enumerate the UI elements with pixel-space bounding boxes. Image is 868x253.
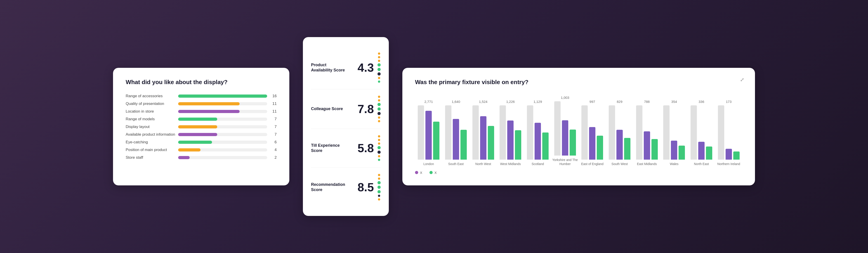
bar-row: Store staff2 [126, 155, 277, 160]
chart-group: 788East Midlands [633, 100, 660, 166]
chart-group: 1,524North West [469, 100, 497, 166]
bar-chart-area: 2,771London1,640South East1,524North Wes… [415, 94, 742, 166]
purple-bar-col [616, 105, 623, 160]
score-right: 5.8 [358, 135, 381, 161]
green-bar-col [460, 105, 467, 160]
score-dot [377, 68, 381, 71]
score-dot [378, 143, 380, 145]
bars-container [418, 105, 439, 160]
purple-bar [616, 130, 623, 160]
chart-value-label: 1,640 [452, 100, 460, 103]
purple-bar [480, 116, 487, 160]
chart-x-label: Scotland [532, 162, 544, 166]
score-dot [377, 103, 381, 106]
bars-container [663, 105, 685, 160]
gray-bar-col [554, 101, 561, 156]
purple-bar [453, 119, 459, 160]
bar-value: 7 [270, 125, 277, 129]
legend-label: X [434, 171, 437, 175]
score-label: Colleague Score [311, 106, 347, 112]
score-dot [378, 60, 380, 62]
bar-value: 4 [270, 148, 277, 152]
purple-bar [535, 123, 541, 160]
score-number: 8.5 [358, 181, 374, 193]
bar-row: Eye-catching6 [126, 140, 277, 145]
gray-bar [445, 105, 452, 160]
green-bar-col [706, 105, 712, 160]
gray-bar [581, 105, 588, 160]
chart-group: 1,129Scotland [524, 100, 552, 166]
bars-container [472, 105, 494, 160]
score-dot [378, 155, 380, 157]
green-bar [433, 122, 439, 160]
left-card-title: What did you like about the display? [126, 79, 277, 86]
green-bar [679, 146, 685, 160]
bar-chart: Range of accessories16Quality of present… [126, 94, 277, 160]
chart-x-label: North West [475, 162, 491, 166]
gray-bar-col [527, 105, 533, 160]
score-dot [377, 146, 381, 149]
chart-group: 1,640South East [442, 100, 470, 166]
purple-bar-col [480, 105, 487, 160]
purple-bar-col [426, 105, 432, 160]
chart-x-label: Yorkshire and The Humber [551, 158, 579, 166]
bar-value: 7 [270, 117, 277, 121]
purple-bar-col [589, 105, 595, 160]
gray-bar [663, 105, 670, 160]
score-dot [377, 151, 381, 154]
chart-legend: XX [415, 171, 742, 175]
bar-label: Range of models [126, 117, 176, 121]
bar-value: 2 [270, 155, 277, 160]
score-section: Product Availability Score4.3 [311, 46, 381, 89]
score-dot [377, 181, 381, 184]
dots-column [377, 174, 381, 200]
gray-bar-col [500, 105, 506, 160]
chart-group: 336North East [688, 100, 715, 166]
bar-label: Quality of presentation [126, 101, 176, 106]
chart-value-label: 1,226 [506, 100, 515, 103]
bar-row: Location in store11 [126, 109, 277, 114]
purple-bar [562, 120, 568, 156]
middle-card: Product Availability Score4.3Colleague S… [303, 37, 389, 216]
bar-fill [178, 156, 190, 159]
score-dot [377, 107, 381, 110]
bar-fill [178, 102, 240, 105]
chart-x-label: Northern Ireland [717, 162, 740, 166]
score-dot [378, 195, 380, 197]
green-bar [706, 147, 712, 160]
gray-bar [527, 105, 533, 160]
green-bar [488, 126, 494, 160]
purple-bar-col [644, 105, 650, 160]
bar-fill [178, 140, 212, 144]
bars-container [636, 105, 658, 160]
green-bar-col [624, 105, 630, 160]
green-bar [733, 152, 740, 160]
left-card: What did you like about the display? Ran… [113, 68, 289, 185]
purple-bar-col [453, 105, 459, 160]
score-dot [378, 77, 380, 79]
purple-bar-col [671, 105, 677, 160]
gray-bar-col [472, 105, 479, 160]
gray-bar-col [718, 105, 724, 160]
bar-track [178, 125, 267, 128]
expand-icon[interactable]: ⤢ [740, 77, 744, 83]
bar-track [178, 133, 267, 136]
legend-dot [415, 171, 418, 174]
bars-container [554, 101, 576, 156]
score-dot [378, 139, 380, 141]
chart-value-label: 1,129 [533, 100, 542, 103]
gray-bar-col [609, 105, 615, 160]
score-label: Recommendation Score [311, 182, 347, 193]
bars-container [500, 105, 521, 160]
chart-value-label: 173 [726, 100, 732, 103]
score-dot [378, 99, 380, 101]
gray-bar-col [690, 105, 697, 160]
green-bar-col [733, 105, 740, 160]
bar-track [178, 95, 267, 98]
bars-container [690, 105, 712, 160]
bar-fill [178, 110, 240, 113]
gray-bar-col [636, 105, 643, 160]
chart-value-label: 997 [590, 100, 595, 103]
purple-bar-col [507, 105, 514, 160]
chart-group: 829South West [606, 100, 633, 166]
